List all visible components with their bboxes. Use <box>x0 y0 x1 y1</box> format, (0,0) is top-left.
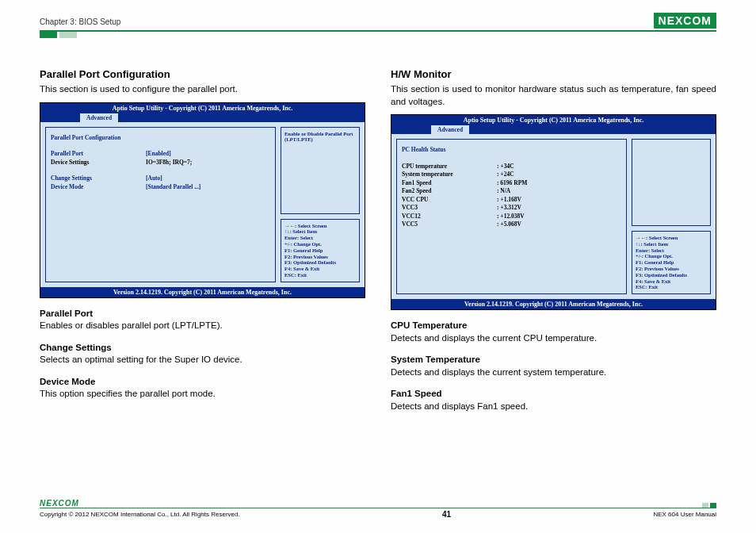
bios-tab-advanced: Advanced <box>80 113 118 122</box>
bios-row: Device Mode [Standard Parallel ...] <box>51 183 270 192</box>
section-title: H/W Monitor <box>391 68 716 80</box>
bios-screenshot-left: Aptio Setup Utility - Copyright (C) 2011… <box>40 102 365 298</box>
right-column: H/W Monitor This section is used to moni… <box>391 68 716 412</box>
bios-help-panel <box>632 139 711 226</box>
tab-marks-bottom <box>702 503 716 508</box>
doc-title: NEX 604 User Manual <box>653 511 716 518</box>
section-intro: This section is used to configure the pa… <box>40 83 365 96</box>
bios-footer: Version 2.14.1219. Copyright (C) 2011 Am… <box>391 299 716 309</box>
section-intro: This section is used to monitor hardware… <box>391 83 716 108</box>
desc-block: System Temperature Detects and displays … <box>391 354 716 378</box>
bios-help-panel: Enable or Disable Parallel Port (LPT/LPT… <box>281 127 360 214</box>
bios-row: Parallel Port [Enabled] <box>51 150 270 159</box>
bios-tab-advanced: Advanced <box>431 125 469 134</box>
bios-keys-panel: →←: Select Screen ↑↓: Select Item Enter:… <box>632 231 711 294</box>
bios-titlebar: Aptio Setup Utility - Copyright (C) 2011… <box>40 103 365 113</box>
bios-main-panel: Parallel Port Configuration Parallel Por… <box>45 127 276 282</box>
desc-block: CPU Temperature Detects and displays the… <box>391 320 716 344</box>
logo: NEXCOM <box>654 13 716 29</box>
chapter-title: Chapter 3: BIOS Setup <box>40 17 120 29</box>
desc-block: Device Mode This option specifies the pa… <box>40 376 365 401</box>
bios-tabs: Advanced <box>391 125 716 134</box>
desc-block: Change Settings Selects an optimal setti… <box>40 342 365 366</box>
header-bar: Chapter 3: BIOS Setup NEXCOM <box>40 13 716 29</box>
bios-row: Change Settings [Auto] <box>51 174 270 183</box>
section-title: Parallel Port Configuration <box>40 68 365 80</box>
bios-main-panel: PC Health Status CPU temperature: +34C S… <box>396 139 627 294</box>
footer-bar: NEXCOM Copyright © 2012 NEXCOM Internati… <box>40 499 716 520</box>
copyright: Copyright © 2012 NEXCOM International Co… <box>40 511 240 518</box>
desc-block: Parallel Port Enables or disables parall… <box>40 308 365 332</box>
footer-logo: NEXCOM <box>40 499 79 508</box>
bios-footer: Version 2.14.1219. Copyright (C) 2011 Am… <box>40 287 365 297</box>
desc-block: Fan1 Speed Detects and displays Fan1 spe… <box>391 388 716 412</box>
page-number: 41 <box>442 510 451 519</box>
bios-heading: PC Health Status <box>402 146 621 155</box>
bios-row: Device Settings IO=3F8h; IRQ=7; <box>51 159 270 167</box>
bios-keys-panel: →←: Select Screen ↑↓: Select Item Enter:… <box>281 219 360 282</box>
bios-screenshot-right: Aptio Setup Utility - Copyright (C) 2011… <box>391 114 716 310</box>
left-column: Parallel Port Configuration This section… <box>40 68 365 412</box>
bios-titlebar: Aptio Setup Utility - Copyright (C) 2011… <box>391 115 716 125</box>
tab-marks <box>40 32 716 38</box>
bios-tabs: Advanced <box>40 113 365 122</box>
bios-heading: Parallel Port Configuration <box>51 134 270 143</box>
